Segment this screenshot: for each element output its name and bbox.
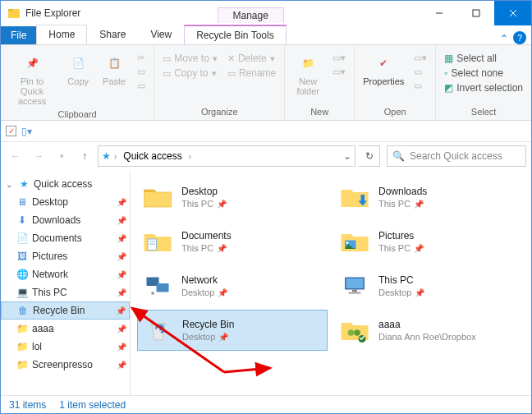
sidebar-item-desktop[interactable]: 🖥Desktop📌: [1, 193, 130, 211]
invert-selection-button[interactable]: ◩ Invert selection: [441, 81, 526, 94]
group-new-label: New: [310, 105, 328, 118]
copy-to-button[interactable]: ▭ Copy to ▾: [159, 67, 221, 80]
collapse-ribbon-icon[interactable]: ⌃: [495, 33, 513, 44]
select-all-button[interactable]: ▦ Select all: [441, 52, 526, 65]
rename-button[interactable]: ▭ Rename: [224, 67, 279, 80]
address-bar[interactable]: ★ › Quick access › ⌄: [98, 145, 355, 167]
folder-icon: 🌐: [16, 268, 29, 281]
sidebar-item-this-pc[interactable]: 💻This PC📌: [1, 283, 130, 301]
documents-icon: [140, 224, 175, 259]
new-item-icon[interactable]: ▭▾: [329, 52, 349, 64]
search-box[interactable]: 🔍 Search Quick access: [387, 145, 526, 167]
pin-icon: 📌: [218, 288, 227, 297]
pin-to-quick-access-button[interactable]: 📌Pin to Quick access: [6, 50, 58, 108]
search-placeholder: Search Quick access: [410, 150, 502, 162]
pictures-icon: [337, 224, 372, 259]
close-button[interactable]: [494, 1, 531, 25]
copy-button[interactable]: 📄Copy: [62, 50, 94, 88]
chevron-right-icon[interactable]: ›: [189, 152, 191, 161]
group-clipboard-label: Clipboard: [58, 108, 97, 121]
breadcrumb-quick-access[interactable]: Quick access: [120, 149, 185, 163]
group-open-label: Open: [384, 105, 406, 118]
history-icon[interactable]: ▭: [410, 80, 430, 92]
network-icon: [140, 269, 175, 303]
recent-locations-button[interactable]: ▾: [52, 146, 71, 166]
delete-button[interactable]: ✕ Delete ▾: [224, 52, 279, 65]
sidebar-item-aaaa[interactable]: 📁aaaa📌: [1, 320, 130, 338]
pin-icon: 📌: [414, 244, 424, 253]
sidebar-quick-access[interactable]: ⌄ ★ Quick access: [1, 175, 130, 193]
address-dropdown-icon[interactable]: ⌄: [343, 150, 351, 162]
minimize-button[interactable]: [420, 1, 457, 25]
svg-line-23: [224, 368, 270, 372]
sidebar-item-recycle-bin[interactable]: 🗑Recycle Bin📌: [1, 301, 130, 320]
forward-button[interactable]: →: [29, 146, 48, 166]
move-to-button[interactable]: ▭ Move to ▾: [159, 52, 221, 65]
pin-icon: 📌: [117, 270, 126, 279]
file-list[interactable]: DesktopThis PC 📌DownloadsThis PC 📌Docume…: [131, 170, 531, 395]
sidebar-item-pictures[interactable]: 🖼Pictures📌: [1, 247, 130, 265]
pin-icon: 📌: [218, 333, 228, 342]
pin-icon: 📌: [217, 244, 227, 253]
svg-rect-12: [157, 283, 169, 292]
expand-caret-icon[interactable]: ⌄: [6, 180, 12, 189]
properties-button[interactable]: ✔Properties: [360, 50, 407, 88]
refresh-button[interactable]: ↻: [359, 145, 380, 167]
group-organize-label: Organize: [201, 105, 238, 118]
desktop-icon: [140, 180, 175, 214]
chevron-right-icon[interactable]: ›: [114, 152, 117, 161]
paste-button[interactable]: 📋Paste: [98, 50, 131, 88]
pin-icon: 📌: [117, 288, 126, 297]
titlebar[interactable]: File Explorer Manage: [1, 1, 531, 25]
checkbox-toggle[interactable]: ✓: [6, 126, 16, 136]
pin-icon: 📌: [117, 252, 126, 261]
pin-icon: 📌: [117, 361, 126, 370]
sidebar-item-lol[interactable]: 📁lol📌: [1, 338, 130, 356]
folder-icon: 📁: [16, 322, 29, 335]
file-tab[interactable]: File: [1, 26, 36, 44]
file-item-this-pc[interactable]: This PCDesktop 📌: [334, 265, 525, 306]
file-item-recycle-bin[interactable]: Recycle BinDesktop 📌: [137, 310, 328, 351]
copy-path-icon[interactable]: ▭: [134, 66, 149, 78]
tab-share[interactable]: Share: [87, 25, 138, 44]
back-button[interactable]: ←: [6, 146, 25, 166]
edit-icon[interactable]: ▭: [410, 66, 430, 78]
sidebar-item-screenpresso[interactable]: 📁Screenpresso📌: [1, 356, 130, 374]
svg-point-19: [348, 329, 355, 336]
easy-access-icon[interactable]: ▭▾: [329, 66, 349, 78]
navigation-pane[interactable]: ⌄ ★ Quick access 🖥Desktop📌⬇Downloads📌📄Do…: [1, 170, 131, 395]
folder-icon: ⬇: [16, 214, 29, 227]
window-title: File Explorer: [25, 7, 80, 19]
thispc-icon: [337, 269, 372, 303]
qat-view-icon[interactable]: ▯▾: [21, 126, 32, 137]
up-button[interactable]: ↑: [75, 146, 94, 166]
pin-icon: 📌: [117, 216, 126, 225]
tab-home[interactable]: Home: [36, 25, 87, 44]
pin-icon: 📌: [117, 343, 126, 352]
file-item-documents[interactable]: DocumentsThis PC 📌: [137, 221, 328, 262]
svg-rect-3: [473, 10, 479, 16]
sidebar-item-network[interactable]: 🌐Network📌: [1, 265, 130, 283]
tab-view[interactable]: View: [138, 25, 184, 44]
sidebar-item-downloads[interactable]: ⬇Downloads📌: [1, 211, 130, 229]
file-item-pictures[interactable]: PicturesThis PC 📌: [334, 221, 525, 262]
select-none-button[interactable]: ▫ Select none: [441, 67, 526, 80]
file-item-downloads[interactable]: DownloadsThis PC 📌: [334, 177, 525, 218]
tab-recycle-bin-tools[interactable]: Recycle Bin Tools: [184, 25, 287, 44]
open-icon[interactable]: ▭▾: [410, 52, 430, 64]
help-icon[interactable]: ?: [513, 31, 526, 44]
paste-shortcut-icon[interactable]: ▭: [134, 80, 149, 92]
svg-rect-16: [352, 290, 357, 292]
maximize-button[interactable]: [457, 1, 494, 25]
navigation-bar: ← → ▾ ↑ ★ › Quick access › ⌄ ↻ 🔍 Search …: [1, 142, 531, 170]
cut-icon[interactable]: ✂: [134, 52, 149, 64]
file-item-aaaa[interactable]: aaaaDiana Ann Roe\Dropbox: [334, 310, 525, 351]
new-folder-button[interactable]: 📁New folder: [290, 50, 326, 98]
recycle-icon: [141, 313, 176, 347]
sidebar-item-documents[interactable]: 📄Documents📌: [1, 229, 130, 247]
folder-icon: 💻: [16, 286, 29, 299]
svg-point-20: [354, 329, 360, 336]
file-item-network[interactable]: NetworkDesktop 📌: [137, 265, 328, 306]
contextual-tab-manage[interactable]: Manage: [218, 7, 284, 23]
file-item-desktop[interactable]: DesktopThis PC 📌: [137, 177, 328, 218]
